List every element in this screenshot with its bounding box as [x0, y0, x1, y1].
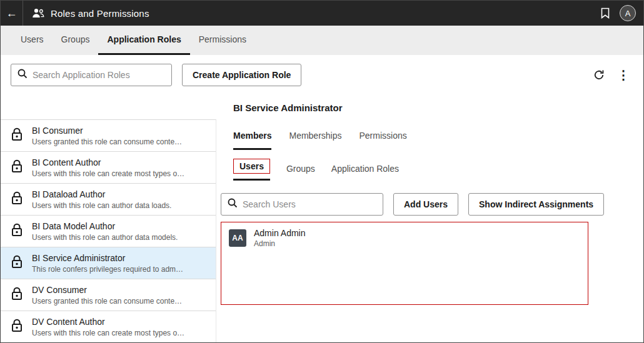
tab-detail-permissions-label: Permissions: [360, 131, 407, 141]
tab-members-label: Members: [233, 131, 271, 141]
subtab-users[interactable]: Users: [233, 159, 270, 181]
member-subtitle: Admin: [254, 239, 305, 248]
role-detail-panel: Members Memberships Permissions Users Gr…: [216, 119, 643, 343]
primary-nav-tabs: Users Groups Application Roles Permissio…: [1, 26, 643, 55]
tab-permissions-label: Permissions: [199, 34, 246, 44]
search-users-input[interactable]: [243, 199, 376, 209]
main-content: BI Consumer Users granted this role can …: [1, 119, 643, 343]
create-application-role-button[interactable]: Create Application Role: [182, 64, 301, 86]
application-roles-search-box: [11, 64, 172, 86]
back-button[interactable]: ←: [1, 1, 23, 26]
bookmark-icon[interactable]: [601, 7, 610, 19]
role-name: DV Content Author: [32, 317, 184, 327]
subtab-users-label: Users: [239, 161, 264, 171]
role-desc: This role confers privileges required to…: [32, 265, 183, 274]
kebab-menu-icon[interactable]: ⋮: [617, 69, 630, 81]
tab-permissions[interactable]: Permissions: [190, 26, 255, 55]
top-header-bar: ← Roles and Permissions A: [1, 1, 643, 26]
member-avatar: AA: [229, 229, 246, 247]
user-avatar[interactable]: A: [620, 5, 636, 21]
role-desc: Users with this role can create most typ…: [32, 169, 184, 178]
tab-memberships[interactable]: Memberships: [289, 131, 341, 150]
refresh-icon[interactable]: [593, 69, 605, 81]
header-actions: A: [601, 5, 643, 21]
members-subtabs: Users Groups Application Roles: [233, 159, 643, 181]
role-desc: Users with this role can create most typ…: [32, 329, 184, 337]
selected-role-title: BI Service Administrator: [233, 102, 643, 113]
tab-groups-label: Groups: [61, 34, 90, 44]
tab-users[interactable]: Users: [12, 26, 53, 55]
roles-people-icon: [32, 8, 44, 18]
tab-application-roles[interactable]: Application Roles: [98, 26, 189, 55]
tab-application-roles-label: Application Roles: [107, 34, 181, 44]
avatar-initial: A: [625, 9, 631, 18]
lock-icon: [11, 191, 23, 207]
member-avatar-initials: AA: [232, 234, 243, 242]
page-title: Roles and Permissions: [51, 8, 149, 19]
lock-icon: [11, 223, 23, 239]
add-users-button[interactable]: Add Users: [393, 193, 458, 216]
role-name: BI Consumer: [32, 126, 182, 136]
lock-icon: [11, 159, 23, 176]
role-desc: Users granted this role can consume cont…: [32, 297, 182, 306]
subtab-users-highlight-box: Users: [233, 159, 270, 174]
role-list-item-bi-data-model-author[interactable]: BI Data Model Author Users with this rol…: [1, 216, 216, 247]
toolbar-right-actions: ⋮: [593, 69, 633, 81]
lock-icon: [11, 319, 23, 335]
role-list-item-bi-dataload-author[interactable]: BI Dataload Author Users with this role …: [1, 184, 216, 216]
subtab-groups[interactable]: Groups: [286, 164, 315, 181]
search-icon: [18, 69, 28, 81]
role-name: DV Consumer: [32, 285, 182, 295]
tab-detail-permissions[interactable]: Permissions: [360, 131, 407, 150]
roles-list-panel: BI Consumer Users granted this role can …: [1, 119, 216, 343]
role-list-item-bi-content-author[interactable]: BI Content Author Users with this role c…: [1, 152, 216, 184]
members-controls: Add Users Show Indirect Assignments: [221, 193, 643, 216]
lock-icon: [11, 287, 23, 303]
role-list-item-bi-consumer[interactable]: BI Consumer Users granted this role can …: [1, 120, 216, 152]
app-window: ← Roles and Permissions A Users: [0, 0, 644, 343]
tab-groups[interactable]: Groups: [53, 26, 99, 55]
subtab-groups-label: Groups: [286, 164, 315, 174]
tab-members[interactable]: Members: [233, 131, 271, 150]
role-name: BI Dataload Author: [32, 189, 171, 199]
lock-icon: [11, 127, 23, 144]
tab-users-label: Users: [21, 34, 44, 44]
subtab-application-roles[interactable]: Application Roles: [331, 164, 399, 181]
show-indirect-assignments-button[interactable]: Show Indirect Assignments: [468, 193, 604, 216]
role-name: BI Content Author: [32, 157, 184, 167]
users-search-box: [221, 193, 383, 216]
lock-icon: [11, 255, 23, 271]
member-name: Admin Admin: [254, 228, 305, 238]
role-list-item-dv-content-author[interactable]: DV Content Author Users with this role c…: [1, 311, 216, 343]
role-desc: Users with this role can author data loa…: [32, 201, 171, 210]
role-desc: Users granted this role can consume cont…: [32, 137, 182, 146]
member-list-item[interactable]: AA Admin Admin Admin: [221, 222, 588, 254]
search-icon: [228, 198, 238, 211]
members-list-highlighted-area: AA Admin Admin Admin: [221, 222, 588, 305]
role-name: BI Data Model Author: [32, 221, 178, 231]
toolbar: Create Application Role ⋮: [1, 55, 643, 95]
back-arrow-icon: ←: [6, 7, 18, 20]
role-name: BI Service Administrator: [32, 253, 183, 263]
subtab-application-roles-label: Application Roles: [331, 164, 399, 174]
tab-memberships-label: Memberships: [289, 131, 341, 141]
role-desc: Users with this role can author data mod…: [32, 233, 178, 242]
role-list-item-dv-consumer[interactable]: DV Consumer Users granted this role can …: [1, 279, 216, 311]
role-list-item-bi-service-administrator[interactable]: BI Service Administrator This role confe…: [1, 247, 216, 279]
detail-tabs: Members Memberships Permissions: [233, 131, 643, 150]
search-application-roles-input[interactable]: [33, 70, 165, 80]
